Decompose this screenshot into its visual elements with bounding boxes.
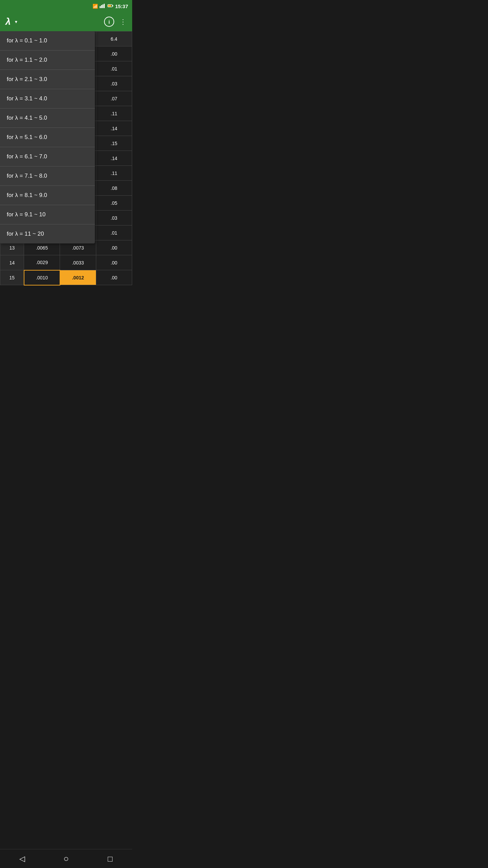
dropdown-item-10[interactable]: for λ = 11 ~ 20 [0, 224, 95, 243]
cell-v1: .0010 [24, 270, 60, 285]
dropdown-item-2[interactable]: for λ = 2.1 ~ 3.0 [0, 70, 95, 89]
cell-v1: .0029 [24, 255, 60, 270]
main-content: x 6.2 6.3 6.4 0.0020.0018.001.0126.0116.… [0, 31, 132, 306]
nav-back-button[interactable] [15, 852, 29, 866]
svg-rect-3 [104, 4, 105, 8]
cell-v2: .0012 [60, 270, 96, 285]
cell-v3: .14 [96, 121, 132, 136]
svg-rect-5 [112, 5, 113, 6]
svg-rect-6 [108, 5, 111, 6]
svg-rect-0 [100, 6, 101, 8]
dropdown-item-3[interactable]: for λ = 3.1 ~ 4.0 [0, 89, 95, 108]
cell-v3: .15 [96, 136, 132, 151]
col-header-64: 6.4 [96, 32, 132, 46]
nav-home-button[interactable] [59, 852, 73, 866]
battery-icon [107, 4, 114, 9]
svg-rect-2 [102, 4, 103, 8]
signal-icon [100, 3, 106, 9]
cell-v2: .0033 [60, 255, 96, 270]
dropdown-item-4[interactable]: for λ = 4.1 ~ 5.0 [0, 108, 95, 128]
app-bar: λ ▾ i ⋮ [0, 12, 132, 31]
cell-v3: .05 [96, 196, 132, 211]
cell-v3: .14 [96, 151, 132, 166]
table-wrapper: x 6.2 6.3 6.4 0.0020.0018.001.0126.0116.… [0, 31, 132, 285]
table-row: 14 [0, 255, 24, 270]
dropdown-item-9[interactable]: for λ = 9.1 ~ 10 [0, 205, 95, 224]
cell-v3: .00 [96, 255, 132, 270]
dropdown-item-5[interactable]: for λ = 5.1 ~ 6.0 [0, 128, 95, 147]
cell-v3: .11 [96, 106, 132, 121]
status-icons: 📶 15:37 [93, 3, 128, 9]
cell-v3: .01 [96, 61, 132, 76]
status-time: 15:37 [115, 3, 128, 9]
wifi-icon: 📶 [93, 4, 98, 9]
table-row: 15 [0, 270, 24, 285]
dropdown-item-0[interactable]: for λ = 0.1 ~ 1.0 [0, 31, 95, 51]
dropdown-item-1[interactable]: for λ = 1.1 ~ 2.0 [0, 51, 95, 70]
nav-recent-button[interactable] [103, 852, 117, 866]
app-logo: λ [5, 16, 11, 27]
cell-v3: .03 [96, 211, 132, 225]
more-options-button[interactable]: ⋮ [120, 18, 127, 26]
cell-v3: .03 [96, 76, 132, 91]
cell-v3: .00 [96, 46, 132, 61]
dropdown-menu[interactable]: for λ = 0.1 ~ 1.0for λ = 1.1 ~ 2.0for λ … [0, 31, 95, 243]
dropdown-item-8[interactable]: for λ = 8.1 ~ 9.0 [0, 186, 95, 205]
cell-v3: .00 [96, 240, 132, 255]
cell-v3: .01 [96, 225, 132, 240]
info-button[interactable]: i [104, 17, 114, 27]
cell-v3: .08 [96, 181, 132, 196]
app-bar-actions: i ⋮ [104, 17, 127, 27]
bottom-nav [0, 849, 132, 868]
dropdown-item-6[interactable]: for λ = 6.1 ~ 7.0 [0, 147, 95, 166]
svg-rect-1 [101, 5, 102, 8]
cell-v3: .11 [96, 166, 132, 181]
cell-v3: .00 [96, 270, 132, 285]
cell-v3: .07 [96, 91, 132, 106]
dropdown-arrow[interactable]: ▾ [15, 19, 17, 24]
status-bar: 📶 15:37 [0, 0, 132, 12]
dropdown-item-7[interactable]: for λ = 7.1 ~ 8.0 [0, 166, 95, 186]
app-title-area[interactable]: ▾ [15, 19, 100, 24]
